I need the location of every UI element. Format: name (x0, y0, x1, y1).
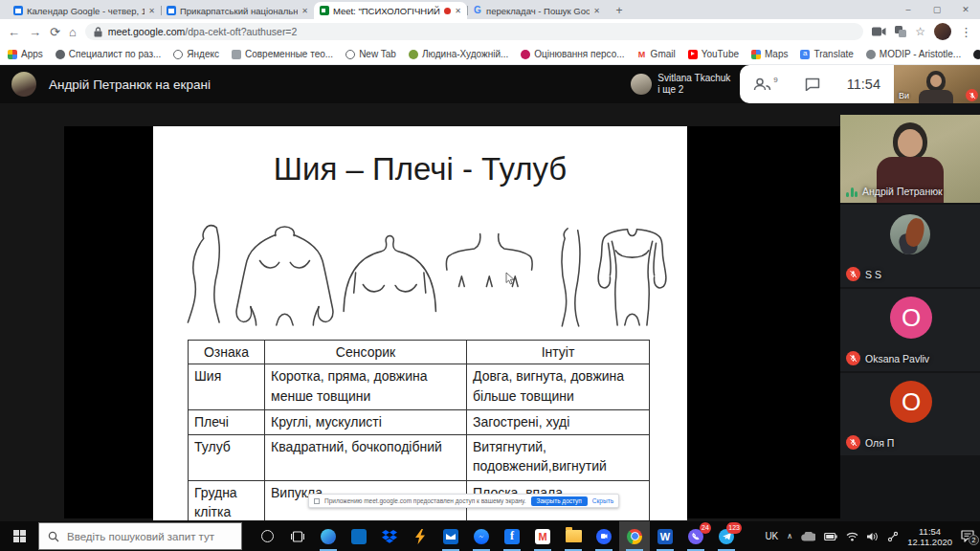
task-view-button[interactable] (282, 521, 313, 551)
tab-close-icon[interactable]: ✕ (593, 7, 600, 15)
url-domain: meet.google.com (108, 26, 186, 37)
action-center-button[interactable]: 2 (961, 530, 974, 542)
tab-close-icon[interactable]: ✕ (148, 7, 155, 15)
taskbar-telegram[interactable]: 123 (711, 521, 742, 551)
cortana-button[interactable] (252, 521, 282, 551)
col-header: Сенсорик (265, 341, 467, 364)
tab-close-icon[interactable]: ✕ (301, 7, 308, 15)
address-bar[interactable]: meet.google.com/dpa-cekt-oft?authuser=2 (85, 23, 863, 40)
youtube-icon (688, 50, 698, 59)
taskbar-chrome-active[interactable] (619, 521, 650, 551)
bookmark-yandex[interactable]: Яндекс (173, 49, 219, 59)
participant-tile-olya[interactable]: O Оля П (840, 373, 980, 455)
tray-expand-icon[interactable]: ∧ (787, 532, 792, 540)
back-icon[interactable]: ← (8, 26, 20, 38)
taskbar-word[interactable]: W (650, 521, 680, 551)
participants-summary[interactable]: Svitlana Tkachuk і ще 2 (631, 73, 730, 96)
minimize-button[interactable]: – (894, 0, 923, 19)
browser-tabstrip: Календар Google - четвер, 12 л ✕ Прикарп… (0, 0, 980, 19)
tab-translate-search[interactable]: G перекладач - Пошук Google ✕ (467, 2, 606, 19)
bookmark-modern-theories[interactable]: Современные тео... (232, 49, 333, 59)
participant-tile-video[interactable]: Андрій Петранюк (840, 115, 980, 203)
bookmark-assessment[interactable]: Оцінювання персо... (521, 49, 624, 59)
participant-tile-ss[interactable]: S S (840, 205, 980, 287)
start-button[interactable] (0, 521, 38, 551)
mic-muted-icon (846, 351, 860, 365)
participant-tile-oksana[interactable]: O Oksana Pavliv (840, 289, 980, 371)
onedrive-icon[interactable] (801, 532, 815, 541)
bookmark-label: Оцінювання персо... (534, 49, 624, 59)
taskbar-edge[interactable] (313, 521, 344, 551)
table-cell: Плечі (189, 410, 265, 434)
table-cell: Коротка, пряма, довжина менше товщини (265, 364, 467, 410)
battery-icon[interactable] (824, 532, 837, 541)
taskbar-messenger[interactable] (466, 521, 497, 551)
participant-initial-avatar: O (890, 297, 932, 339)
tab-university[interactable]: Прикарпатський національний ✕ (161, 2, 314, 19)
taskbar-dropbox[interactable] (374, 521, 405, 551)
taskbar-meet[interactable] (589, 521, 619, 551)
camera-icon[interactable] (872, 27, 886, 36)
search-input[interactable] (67, 531, 225, 542)
table-cell: Шия (189, 364, 265, 410)
self-video-thumbnail[interactable]: Ви (894, 65, 980, 103)
bookmark-new-tab[interactable]: New Tab (345, 49, 396, 59)
taskbar-clock[interactable]: 11:54 12.11.2020 (907, 526, 952, 547)
taskbar-gmail[interactable]: M (527, 521, 558, 551)
chrome-icon (627, 529, 642, 544)
tab-close-icon[interactable]: ✕ (455, 7, 461, 15)
participant-name: Svitlana Tkachuk (657, 73, 730, 83)
taskbar-store[interactable] (344, 521, 374, 551)
close-button[interactable]: ✕ (951, 0, 980, 19)
taskbar-facebook[interactable]: f (497, 521, 527, 551)
chrome-menu-icon[interactable]: ⋮ (960, 26, 972, 38)
bookmark-label: New Tab (359, 49, 396, 59)
people-icon (753, 77, 772, 91)
language-indicator[interactable]: UK (765, 531, 778, 541)
bookmark-maps[interactable]: Maps (751, 49, 788, 59)
taskbar-lightning-app[interactable] (405, 521, 435, 551)
bookmark-modip[interactable]: MODIP - Aristotle... (866, 49, 961, 59)
translate-page-icon[interactable] (895, 26, 906, 37)
taskbar-mail[interactable] (435, 521, 466, 551)
google-favicon: G (473, 6, 482, 15)
hide-notification-button[interactable]: Скрыть (592, 497, 613, 504)
bookmark-lyudyna[interactable]: Людина-Художній... (409, 49, 508, 59)
chat-button[interactable] (791, 77, 834, 91)
stop-sharing-button[interactable]: Закрыть доступ (531, 496, 588, 506)
bookmark-label: Gmail (651, 49, 676, 59)
taskbar-file-explorer[interactable] (558, 521, 589, 551)
speaker-icon[interactable] (867, 532, 879, 541)
wifi-icon[interactable] (846, 532, 858, 541)
tab-calendar[interactable]: Календар Google - четвер, 12 л ✕ (8, 2, 161, 19)
bookmark-business-psych[interactable]: Business Psycholog... (973, 49, 980, 59)
meet-header: Андрій Петранюк на екрані Svitlana Tkach… (0, 65, 980, 103)
gmail-icon: M (637, 50, 647, 59)
body-silhouettes-figure (172, 214, 670, 331)
mail-icon (443, 529, 458, 544)
presentation-slide: Шия – Плечі - Тулуб (153, 126, 687, 520)
table-header-row: Ознака Сенсорик Інтуіт (189, 341, 650, 364)
people-button[interactable]: 9 (740, 77, 791, 91)
maximize-button[interactable]: ▢ (923, 0, 951, 19)
home-icon[interactable]: ⌂ (69, 26, 77, 38)
profile-avatar[interactable] (934, 23, 951, 40)
shared-screen: Шия – Плечі - Тулуб (64, 126, 840, 518)
tab-label: Прикарпатський національний (180, 6, 298, 16)
bookmark-star-icon[interactable]: ☆ (915, 26, 925, 37)
bookmark-specialist[interactable]: Специалист по раз... (56, 49, 162, 59)
taskbar-viber[interactable]: 24 (680, 521, 711, 551)
bookmark-youtube[interactable]: YouTube (688, 49, 739, 59)
new-tab-button[interactable]: + (610, 2, 629, 19)
usb-link-icon[interactable] (887, 531, 899, 542)
site-favicon (973, 50, 980, 59)
tab-meet-active[interactable]: Meet: "ПСИХОЛОГІЧНИЙ В ✕ (314, 2, 467, 19)
forward-icon[interactable]: → (29, 26, 41, 38)
bookmark-translate[interactable]: Translate (800, 49, 853, 59)
bookmark-gmail[interactable]: MGmail (637, 49, 676, 59)
reload-icon[interactable]: ⟳ (50, 26, 60, 38)
bookmark-apps[interactable]: Apps (8, 49, 43, 59)
taskbar-search[interactable] (38, 522, 242, 550)
table-cell: Довга, вигнута, довжина більше товщини (467, 364, 650, 410)
participant-initial-avatar: O (890, 381, 932, 423)
